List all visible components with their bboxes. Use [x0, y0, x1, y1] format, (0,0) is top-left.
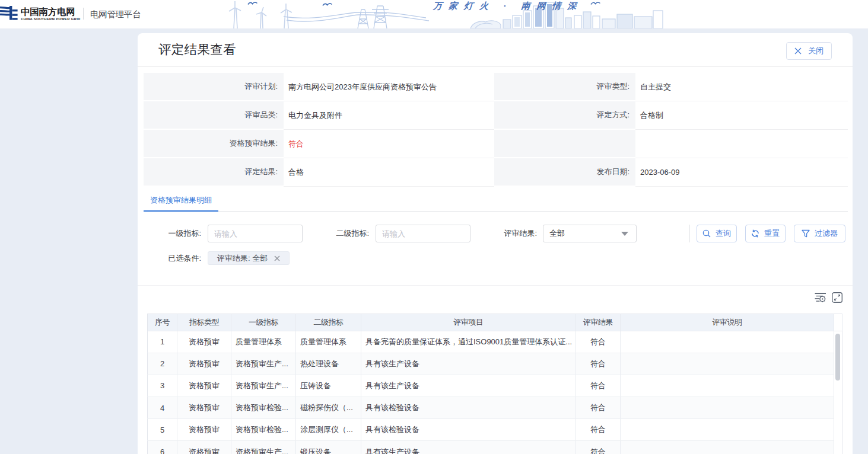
section-divider	[138, 285, 853, 286]
header-slogan: 万家灯火 · 南网情深	[433, 1, 587, 12]
result-table-header: 序号 指标类型 一级指标 二级指标 评审项目 评审结果 评审说明	[148, 314, 842, 331]
funnel-icon	[802, 229, 810, 238]
table-cell: 资格预审检验...	[231, 419, 296, 441]
fullscreen-icon[interactable]	[832, 292, 842, 303]
level1-indicator-input[interactable]	[208, 225, 303, 242]
table-cell	[621, 375, 834, 397]
col-header-indicator-type: 指标类型	[177, 314, 231, 331]
form-label: 评定结果:	[144, 158, 284, 187]
table-cell: 符合	[576, 441, 621, 454]
table-row: 1资格预审质量管理体系质量管理体系具备完善的质量保证体系，通过ISO9001质量…	[148, 331, 842, 353]
table-cell: 6	[148, 441, 177, 454]
col-header-level2: 二级指标	[296, 314, 361, 331]
table-cell: 具有该检验设备	[361, 419, 576, 441]
filter-button-label: 过滤器	[815, 228, 838, 239]
table-cell: 涂层测厚仪（...	[296, 419, 361, 441]
form-label: 资格预审结果:	[144, 130, 284, 158]
table-cell: 具有该生产设备	[361, 353, 576, 375]
tab-prequalification-detail[interactable]: 资格预审结果明细	[144, 191, 218, 212]
close-button-label: 关闭	[808, 46, 824, 56]
result-table-body: 1资格预审质量管理体系质量管理体系具备完善的质量保证体系，通过ISO9001质量…	[148, 331, 842, 454]
table-cell: 符合	[576, 353, 621, 375]
table-cell	[621, 353, 834, 375]
form-label: 发布日期:	[494, 158, 635, 187]
table-row: 4资格预审资格预审检验...磁粉探伤仪（...具有该检验设备符合	[148, 397, 842, 419]
table-cell: 热处理设备	[296, 353, 361, 375]
filter-chip-text: 评审结果: 全部	[217, 253, 268, 264]
search-icon	[702, 229, 711, 238]
form-value: 电力金具及附件	[284, 101, 494, 130]
close-button[interactable]: 关闭	[786, 42, 832, 60]
table-cell: 资格预审	[177, 353, 231, 375]
col-header-level1: 一级指标	[231, 314, 296, 331]
col-header-seq: 序号	[148, 314, 177, 331]
chip-remove-icon[interactable]	[274, 255, 280, 261]
review-result-select[interactable]: 全部	[543, 225, 637, 242]
refresh-icon	[751, 229, 759, 238]
col-header-review-item: 评审项目	[361, 314, 576, 331]
table-cell: 资格预审生产...	[231, 441, 296, 454]
form-value: 合格制	[635, 101, 848, 130]
filter-label-level2: 二级指标:	[303, 228, 369, 239]
table-cell: 具备完善的质量保证体系，通过ISO9001质量管理体系认证...	[361, 331, 576, 353]
table-cell	[621, 331, 834, 353]
panel-header: 评定结果查看 关闭	[138, 33, 853, 67]
table-cell: 资格预审生产...	[231, 353, 296, 375]
form-value: 自主提交	[635, 73, 848, 101]
chevron-down-icon	[621, 232, 628, 236]
table-cell: 质量管理体系	[231, 331, 296, 353]
table-cell: 符合	[576, 375, 621, 397]
table-cell: 资格预审检验...	[231, 397, 296, 419]
table-cell: 资格预审	[177, 397, 231, 419]
table-cell: 资格预审生产...	[231, 375, 296, 397]
table-cell: 符合	[576, 331, 621, 353]
form-label: 评审品类:	[144, 101, 284, 130]
app-header: 中国南方电网 CHINA SOUTHERN POWER GRID 电网管理平台	[0, 0, 868, 28]
col-header-scrollbar-filler	[834, 314, 842, 331]
search-button[interactable]: 查询	[697, 225, 737, 242]
form-label: 评审类型:	[494, 73, 635, 101]
result-table: 序号 指标类型 一级指标 二级指标 评审项目 评审结果 评审说明 1资格预审质量…	[147, 314, 842, 454]
table-row: 3资格预审资格预审生产...压铸设备具有该生产设备符合	[148, 375, 842, 397]
table-tools	[144, 292, 848, 303]
form-label: 评定方式:	[494, 101, 635, 130]
table-cell: 符合	[576, 397, 621, 419]
level2-indicator-input[interactable]	[376, 225, 470, 242]
table-cell: 具有该生产设备	[361, 441, 576, 454]
table-cell	[621, 441, 834, 454]
result-panel: 评定结果查看 关闭 评审计划: 南方电网公司2023年度供应商资格预审公告 评审…	[138, 33, 853, 454]
close-icon	[794, 47, 802, 55]
filter-label-level1: 一级指标:	[144, 228, 201, 239]
selected-conditions-label: 已选条件:	[144, 253, 201, 264]
actions-divider	[689, 225, 690, 242]
table-cell: 压铸设备	[296, 375, 361, 397]
form-value-empty	[635, 130, 848, 158]
table-cell: 2	[148, 353, 177, 375]
filter-label-result: 评审结果:	[470, 228, 537, 239]
table-scroll-track-cell	[834, 419, 842, 441]
form-label: 评审计划:	[144, 73, 284, 101]
table-cell: 磁粉探伤仪（...	[296, 397, 361, 419]
form-value: 合格	[284, 158, 494, 187]
table-cell: 符合	[576, 419, 621, 441]
table-row: 2资格预审资格预审生产...热处理设备具有该生产设备符合	[148, 353, 842, 375]
table-cell: 4	[148, 397, 177, 419]
table-scrollbar-thumb[interactable]	[835, 334, 840, 381]
table-cell: 具有该检验设备	[361, 397, 576, 419]
table-scroll-track-cell	[834, 441, 842, 454]
filter-row: 一级指标: 二级指标: 评审结果: 全部 查询 重置	[144, 225, 848, 242]
table-cell	[621, 419, 834, 441]
search-button-label: 查询	[716, 228, 731, 239]
table-scroll-track-cell	[834, 397, 842, 419]
col-header-review-note: 评审说明	[621, 314, 834, 331]
table-cell: 质量管理体系	[296, 331, 361, 353]
filter-button[interactable]: 过滤器	[794, 225, 845, 242]
table-cell	[621, 397, 834, 419]
column-settings-icon[interactable]	[815, 293, 826, 303]
csg-logo-icon	[0, 5, 19, 23]
table-row: 6资格预审资格预审生产...锻压设备具有该生产设备符合	[148, 441, 842, 454]
selected-conditions-row: 已选条件: 评审结果: 全部	[144, 251, 848, 265]
panel-body: 评审计划: 南方电网公司2023年度供应商资格预审公告 评审类型: 自主提交 评…	[138, 67, 853, 454]
table-cell: 资格预审	[177, 375, 231, 397]
reset-button[interactable]: 重置	[745, 225, 786, 242]
